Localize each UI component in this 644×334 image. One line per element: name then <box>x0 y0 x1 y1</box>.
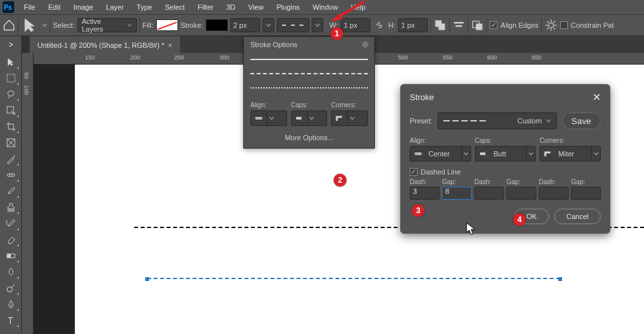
svg-rect-2 <box>438 24 445 30</box>
svg-rect-24 <box>296 117 301 120</box>
svg-rect-4 <box>456 25 462 27</box>
svg-rect-28 <box>480 152 485 155</box>
menu-3d[interactable]: 3D <box>221 1 241 13</box>
align-label: Align: <box>250 101 287 109</box>
stroke-width-input[interactable]: 2 px <box>230 18 260 32</box>
arrange-icon[interactable] <box>471 19 484 32</box>
gear-icon[interactable] <box>361 41 369 50</box>
eyedropper-tool[interactable] <box>2 151 20 167</box>
menu-select[interactable]: Select <box>159 1 191 13</box>
stroke-type-dropdown[interactable] <box>277 18 309 32</box>
corner-miter-icon <box>540 149 556 158</box>
stroke-width-dropdown[interactable] <box>263 18 274 32</box>
cancel-button[interactable]: Cancel <box>554 209 601 224</box>
stamp-tool[interactable] <box>2 200 20 215</box>
gradient-tool[interactable] <box>2 248 20 264</box>
ruler-tick: 600 <box>487 54 497 61</box>
stroke-width-value: 2 px <box>234 21 247 29</box>
heal-tool[interactable] <box>2 167 20 183</box>
caps-dropdown[interactable]: Butt <box>475 146 536 162</box>
svg-rect-6 <box>476 24 482 30</box>
path-operations-icon[interactable] <box>434 19 447 32</box>
crop-tool[interactable] <box>2 119 20 134</box>
blur-tool[interactable] <box>2 264 20 280</box>
frame-tool[interactable] <box>2 135 20 151</box>
dock-toggle[interactable] <box>0 36 22 53</box>
menu-layer[interactable]: Layer <box>100 1 130 13</box>
svg-point-18 <box>7 287 12 292</box>
gear-icon[interactable] <box>545 19 558 32</box>
link-icon[interactable] <box>373 19 386 32</box>
stroke-type-dropdown-chevron[interactable] <box>312 18 323 32</box>
fill-label: Fill: <box>143 21 154 29</box>
gap-label: Gap: <box>571 178 601 185</box>
more-options-button[interactable]: More Options... <box>250 134 368 141</box>
move-tool[interactable] <box>2 54 20 70</box>
align-dropdown[interactable]: Center <box>410 146 471 162</box>
document-tab[interactable]: Untitled-1 @ 200% (Shape 1, RGB/8#) * × <box>30 36 180 53</box>
save-preset-button[interactable]: Save <box>562 112 601 129</box>
lasso-tool[interactable] <box>2 87 20 102</box>
move-tool-indicator-icon[interactable] <box>21 19 39 32</box>
ruler-tick: 100 <box>23 85 30 95</box>
align-edges-checkbox[interactable]: Align Edges <box>490 21 539 29</box>
home-icon[interactable] <box>3 19 15 32</box>
svg-line-19 <box>12 284 15 287</box>
corners-value: Miter <box>556 150 591 158</box>
corners-dropdown[interactable] <box>331 110 368 126</box>
dash1-input[interactable]: 3 <box>410 187 439 200</box>
eraser-tool[interactable] <box>2 232 20 247</box>
corners-dropdown[interactable]: Miter <box>539 146 601 162</box>
dash3-input[interactable] <box>539 187 569 200</box>
gap2-input[interactable] <box>507 187 536 200</box>
ruler-tick: 200 <box>130 54 140 61</box>
options-bar: Select: Active Layers Fill: Stroke: 2 px… <box>0 14 644 36</box>
selected-path[interactable] <box>147 278 560 279</box>
stroke-preset-solid[interactable] <box>250 52 368 67</box>
select-mode-dropdown[interactable]: Active Layers <box>77 18 137 32</box>
divider <box>487 18 487 32</box>
anchor-handle[interactable] <box>558 277 562 281</box>
close-icon[interactable]: ✕ <box>592 91 601 103</box>
align-value: Center <box>426 150 461 158</box>
pen-tool[interactable] <box>2 297 20 312</box>
brush-tool[interactable] <box>2 183 20 199</box>
stroke-preset-dashed[interactable] <box>250 67 368 81</box>
menu-type[interactable]: Type <box>131 1 158 13</box>
divider <box>430 18 431 32</box>
preset-dropdown[interactable]: Custom <box>438 112 557 129</box>
align-dropdown[interactable] <box>250 110 287 126</box>
menu-image[interactable]: Image <box>68 1 99 13</box>
close-icon[interactable]: × <box>168 41 172 49</box>
corners-label: Corners: <box>331 101 368 109</box>
object-select-tool[interactable] <box>2 103 20 118</box>
menu-view[interactable]: View <box>243 1 270 13</box>
chevron-down-icon[interactable] <box>42 23 47 28</box>
gap1-input[interactable]: 8 <box>442 187 472 200</box>
menu-file[interactable]: File <box>18 1 41 13</box>
dash2-input[interactable] <box>474 187 504 200</box>
caps-dropdown[interactable] <box>291 110 328 126</box>
align-icon[interactable] <box>452 19 465 32</box>
menu-bar: Ps File Edit Image Layer Type Select Fil… <box>0 0 644 14</box>
constrain-path-checkbox[interactable]: Constrain Pat <box>560 21 614 29</box>
menu-edit[interactable]: Edit <box>43 1 66 13</box>
dashed-line-checkbox[interactable]: Dashed Line <box>410 168 601 176</box>
dodge-tool[interactable] <box>2 280 20 296</box>
svg-text:T: T <box>8 315 14 326</box>
history-brush-tool[interactable] <box>2 216 20 231</box>
svg-rect-13 <box>7 174 15 176</box>
anchor-handle[interactable] <box>145 277 149 281</box>
gap3-input[interactable] <box>571 187 601 200</box>
height-input[interactable]: 1 px <box>398 18 428 32</box>
stroke-preset-dotted[interactable] <box>250 81 368 95</box>
menu-filter[interactable]: Filter <box>192 1 219 13</box>
fill-swatch[interactable] <box>156 19 178 31</box>
stroke-swatch[interactable] <box>206 19 228 31</box>
ruler-vertical[interactable]: 50 100 <box>22 53 34 334</box>
align-edges-label: Align Edges <box>501 21 539 29</box>
type-tool[interactable]: T <box>2 313 20 328</box>
select-mode-value: Active Layers <box>82 17 122 33</box>
menu-plugins[interactable]: Plugins <box>270 1 305 13</box>
marquee-tool[interactable] <box>2 70 20 86</box>
